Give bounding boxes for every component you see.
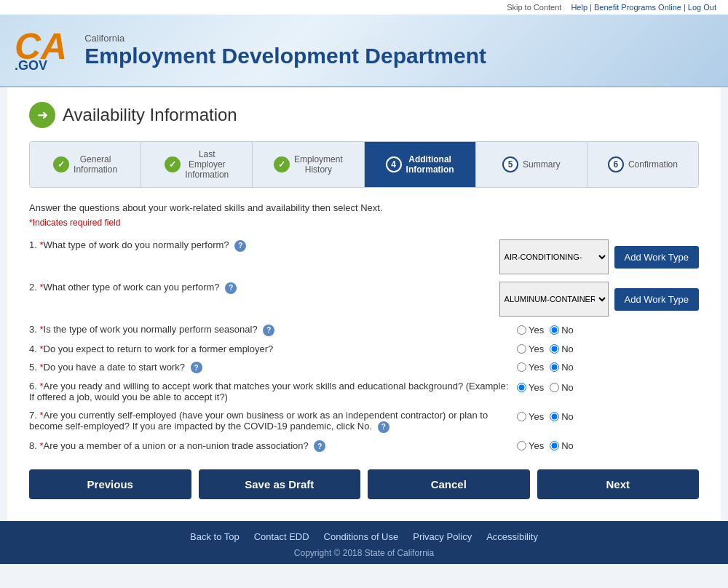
question-3-row: 3. *Is the type of work you normally per… (29, 324, 699, 336)
q8-text: *Are you a member of a union or a non-un… (39, 440, 308, 451)
step-general[interactable]: GeneralInformation (30, 142, 141, 187)
q6-no-radio[interactable] (550, 383, 559, 392)
q5-yes-radio[interactable] (517, 362, 526, 372)
question-7-row: 7. *Are you currently self-employed (hav… (29, 410, 699, 433)
q7-no-label[interactable]: No (550, 411, 574, 422)
help-link[interactable]: Help (571, 3, 587, 12)
step-summary-label: Summary (523, 159, 560, 170)
q1-work-select[interactable]: AIR-CONDITIONING- (499, 239, 609, 274)
q2-work-select[interactable]: ALUMINUM-CONTAINER (499, 282, 609, 317)
required-note: *Indicates required field (29, 218, 699, 228)
page-title: Availability Information (63, 105, 237, 125)
logout-link[interactable]: Log Out (688, 3, 716, 12)
next-button[interactable]: Next (537, 469, 700, 499)
question-5-row: 5. *Do you have a date to start work? ? … (29, 362, 699, 374)
q7-yes-radio[interactable] (517, 412, 526, 421)
contact-edd-link[interactable]: Contact EDD (254, 531, 309, 542)
step-additional-label: AdditionalInformation (406, 154, 454, 175)
question-8-row: 8. *Are you a member of a union or a non… (29, 440, 699, 453)
step-last-employer[interactable]: LastEmployerInformation (141, 142, 253, 187)
step-confirmation[interactable]: 6 Confirmation (587, 142, 698, 187)
step-last-employer-label: LastEmployerInformation (185, 149, 229, 180)
q7-text: *Are you currently self-employed (have y… (29, 410, 488, 432)
q3-yes-label[interactable]: Yes (517, 325, 544, 335)
privacy-link[interactable]: Privacy Policy (413, 531, 472, 542)
questions-area: 1. *What type of work do you normally pe… (29, 239, 699, 452)
q6-yes-label[interactable]: Yes (517, 382, 544, 393)
question-4-row: 4. *Do you expect to return to work for … (29, 343, 699, 354)
q2-add-work-button[interactable]: Add Work Type (614, 288, 699, 311)
q8-radio-group: Yes No (517, 440, 574, 451)
page-icon (29, 102, 55, 128)
q5-no-radio[interactable] (550, 362, 559, 372)
q8-help-icon[interactable]: ? (314, 440, 325, 452)
header-title: California Employment Development Depart… (84, 33, 486, 68)
site-logo: CA.GOV (15, 28, 70, 72)
step-summary[interactable]: 5 Summary (476, 142, 587, 187)
q8-yes-radio[interactable] (517, 441, 526, 450)
top-bar: Skip to Content Help | Benefit Programs … (0, 0, 728, 15)
q2-text: *What other type of work can you perform… (39, 282, 219, 293)
cancel-button[interactable]: Cancel (368, 469, 530, 499)
step-employment-history[interactable]: EmploymentHistory (253, 142, 364, 187)
q6-yes-radio[interactable] (517, 383, 526, 392)
main-content: Availability Information GeneralInformat… (7, 87, 721, 521)
q3-no-radio[interactable] (550, 325, 559, 335)
q2-help-icon[interactable]: ? (225, 282, 237, 294)
q5-help-icon[interactable]: ? (191, 362, 202, 373)
q4-text: *Do you expect to return to work for a f… (39, 343, 273, 354)
q4-yes-label[interactable]: Yes (517, 343, 544, 354)
back-to-top-link[interactable]: Back to Top (190, 531, 240, 542)
page-title-row: Availability Information (29, 102, 699, 128)
ca-logo: CA.GOV (15, 28, 67, 72)
state-name: California (84, 33, 486, 44)
q3-text: *Is the type of work you normally perfor… (39, 324, 257, 335)
q3-no-label[interactable]: No (550, 325, 574, 335)
q8-no-radio[interactable] (550, 441, 559, 450)
step-general-label: GeneralInformation (74, 154, 117, 175)
q6-text: *Are you ready and willing to accept wor… (29, 381, 508, 402)
q4-no-radio[interactable] (550, 344, 559, 354)
q7-yes-label[interactable]: Yes (517, 411, 544, 422)
previous-button[interactable]: Previous (29, 469, 191, 499)
q8-no-label[interactable]: No (550, 440, 574, 451)
q3-help-icon[interactable]: ? (263, 325, 274, 336)
action-buttons: Previous Save as Draft Cancel Next (29, 469, 699, 499)
steps-bar: GeneralInformation LastEmployerInformati… (29, 141, 699, 188)
q8-yes-label[interactable]: Yes (517, 440, 544, 451)
footer-copyright: Copyright © 2018 State of California (0, 548, 728, 558)
q6-radio-group: Yes No (517, 382, 574, 393)
q1-add-work-button[interactable]: Add Work Type (614, 246, 699, 269)
step-additional[interactable]: 4 AdditionalInformation (365, 142, 476, 187)
site-header: CA.GOV California Employment Development… (0, 15, 728, 87)
q5-radio-group: Yes No (517, 362, 574, 373)
save-draft-button[interactable]: Save as Draft (199, 469, 361, 499)
q5-text: *Do you have a date to start work? (39, 362, 184, 373)
question-6-row: 6. *Are you ready and willing to accept … (29, 381, 699, 402)
q7-no-radio[interactable] (550, 412, 559, 421)
q7-help-icon[interactable]: ? (378, 421, 389, 433)
q5-no-label[interactable]: No (550, 362, 574, 373)
q4-yes-radio[interactable] (517, 344, 526, 354)
conditions-link[interactable]: Conditions of Use (324, 531, 399, 542)
q3-radio-group: Yes No (517, 325, 574, 335)
benefit-link[interactable]: Benefit Programs Online (594, 3, 681, 12)
question-1-row: 1. *What type of work do you normally pe… (29, 239, 699, 274)
q7-radio-group: Yes No (517, 411, 574, 422)
q1-help-icon[interactable]: ? (234, 240, 246, 252)
dept-name: Employment Development Department (84, 44, 486, 68)
footer-links: Back to Top Contact EDD Conditions of Us… (0, 531, 728, 542)
q4-radio-group: Yes No (517, 343, 574, 354)
instructions: Answer the questions about your work-rel… (29, 202, 699, 213)
q1-text: *What type of work do you normally perfo… (39, 239, 229, 250)
q6-no-label[interactable]: No (550, 382, 574, 393)
step-confirmation-label: Confirmation (628, 159, 678, 170)
q5-yes-label[interactable]: Yes (517, 362, 544, 373)
question-2-row: 2. *What other type of work can you perf… (29, 282, 699, 317)
skip-link[interactable]: Skip to Content (507, 3, 561, 12)
q3-yes-radio[interactable] (517, 325, 526, 335)
accessibility-link[interactable]: Accessibility (486, 531, 538, 542)
site-footer: Back to Top Contact EDD Conditions of Us… (0, 521, 728, 564)
q4-no-label[interactable]: No (550, 343, 574, 354)
step-employment-label: EmploymentHistory (294, 154, 343, 175)
